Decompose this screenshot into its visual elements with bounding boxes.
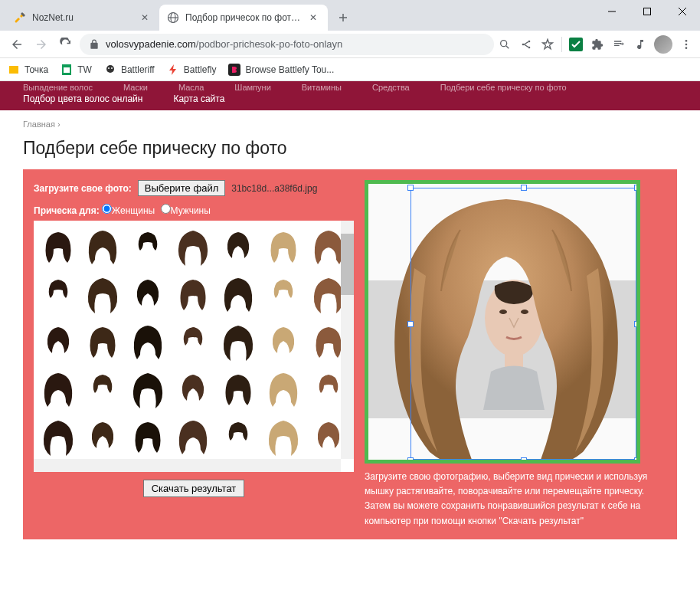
resize-handle[interactable] <box>407 321 414 327</box>
browser-titlebar: NozNet.ru ✕ Подбор причесок по фото онла… <box>0 0 700 31</box>
reading-list-icon[interactable] <box>611 37 626 52</box>
share-icon[interactable] <box>518 37 534 52</box>
selection-box[interactable] <box>411 188 636 460</box>
hairstyle-thumbnail[interactable] <box>82 224 124 270</box>
hairstyle-thumbnail[interactable] <box>37 366 79 412</box>
maximize-button[interactable] <box>630 0 665 23</box>
hairstyle-thumbnail[interactable] <box>172 224 214 270</box>
hairstyle-thumbnail[interactable] <box>127 414 169 460</box>
bookmark-item[interactable]: Точка <box>8 64 48 76</box>
url-path: /podbor-prichesok-po-foto-onlayn <box>196 38 343 50</box>
gender-female-radio[interactable] <box>102 204 112 214</box>
bookmarks-bar: Точка TW Battleriff Battlefly Browse Bat… <box>0 58 700 81</box>
bookmark-item[interactable]: Battlefly <box>167 64 217 76</box>
hairstyle-thumbnail[interactable] <box>82 319 124 365</box>
new-tab-button[interactable] <box>332 7 354 28</box>
browser-tab-active[interactable]: Подбор причесок по фото онла ✕ <box>159 5 328 31</box>
hairstyle-thumbnail[interactable] <box>172 271 214 317</box>
hairstyle-thumbnail[interactable] <box>127 271 169 317</box>
hairstyle-thumbnail[interactable] <box>37 271 79 317</box>
forward-button[interactable] <box>31 34 52 55</box>
scrollbar-horizontal[interactable] <box>34 459 341 472</box>
hairstyle-tool: Загрузите свое фото: Выберите файл 31bc1… <box>23 169 677 539</box>
choose-file-button[interactable]: Выберите файл <box>138 180 225 196</box>
extensions-icon[interactable] <box>590 37 605 52</box>
hairstyle-thumbnail[interactable] <box>217 224 259 270</box>
svg-point-12 <box>685 43 688 45</box>
hairstyle-thumbnail[interactable] <box>217 271 259 317</box>
resize-handle[interactable] <box>521 457 527 464</box>
menu-icon[interactable] <box>679 37 694 52</box>
scrollbar-thumb[interactable] <box>341 234 354 295</box>
hairstyle-thumbnail[interactable] <box>217 319 259 365</box>
svg-point-17 <box>106 65 114 73</box>
hairstyle-thumbnail[interactable] <box>37 224 79 270</box>
nav-link[interactable]: Витамины <box>302 83 342 92</box>
breadcrumb: Главная › <box>0 110 700 132</box>
hairstyle-thumbnail[interactable] <box>127 224 169 270</box>
bookmark-item[interactable]: TW <box>61 64 92 76</box>
hairstyle-thumbnail[interactable] <box>82 414 124 460</box>
hairstyle-thumbnail[interactable] <box>172 319 214 365</box>
hairstyle-thumbnail[interactable] <box>262 414 304 460</box>
url-domain: volosvypadenie.com <box>106 38 196 50</box>
nav-link[interactable]: Маски <box>123 83 148 92</box>
tab-title: Подбор причесок по фото онла <box>185 12 305 23</box>
breadcrumb-home[interactable]: Главная <box>23 120 55 129</box>
bookmark-item[interactable]: Battleriff <box>104 64 155 76</box>
lightning-icon <box>167 64 179 76</box>
gender-label: Прическа для: <box>34 205 100 216</box>
reload-button[interactable] <box>55 34 77 55</box>
resize-handle[interactable] <box>521 185 527 191</box>
hairstyle-thumbnail[interactable] <box>262 319 304 365</box>
close-window-button[interactable] <box>665 0 700 23</box>
close-icon[interactable]: ✕ <box>141 12 152 23</box>
hairstyle-thumbnail[interactable] <box>127 319 169 365</box>
browser-tab[interactable]: NozNet.ru ✕ <box>6 5 159 31</box>
nav-link[interactable]: Средства <box>372 83 410 92</box>
resize-handle[interactable] <box>634 321 640 327</box>
minimize-button[interactable] <box>594 0 630 23</box>
star-icon[interactable] <box>540 37 555 52</box>
nav-link[interactable]: Шампуни <box>234 83 270 92</box>
hairstyle-thumbnail[interactable] <box>127 366 169 412</box>
svg-point-11 <box>685 40 688 42</box>
gender-row: Прическа для: Женщины Мужчины <box>34 204 354 216</box>
nav-link[interactable]: Карта сайта <box>173 93 224 104</box>
music-icon[interactable] <box>633 37 648 52</box>
nav-link[interactable]: Подбор цвета волос онлайн <box>23 93 142 104</box>
hairstyle-thumbnail[interactable] <box>82 271 124 317</box>
hairstyle-thumbnail[interactable] <box>217 366 259 412</box>
resize-handle[interactable] <box>634 185 640 191</box>
hairstyle-thumbnail[interactable] <box>217 414 259 460</box>
hairstyle-thumbnail[interactable] <box>37 414 79 460</box>
hairstyle-thumbnail[interactable] <box>262 271 304 317</box>
search-icon[interactable] <box>497 37 512 52</box>
resize-handle[interactable] <box>407 185 414 191</box>
svg-rect-16 <box>64 67 70 73</box>
hairstyle-thumbnail[interactable] <box>37 319 79 365</box>
bookmark-item[interactable]: Browse Battlefy Tou... <box>228 64 334 76</box>
resize-handle[interactable] <box>407 457 414 464</box>
nav-link[interactable]: Выпадение волос <box>23 83 93 92</box>
hairstyle-thumbnail[interactable] <box>262 366 304 412</box>
svg-line-6 <box>506 46 509 48</box>
resize-handle[interactable] <box>634 457 640 464</box>
hairstyle-thumbnail[interactable] <box>82 366 124 412</box>
breadcrumb-sep: › <box>57 120 61 129</box>
extension-check-icon[interactable] <box>568 37 584 52</box>
profile-avatar[interactable] <box>654 35 672 54</box>
hairstyle-thumbnail[interactable] <box>172 366 214 412</box>
hairstyle-thumbnail[interactable] <box>262 224 304 270</box>
skull-icon <box>104 64 116 76</box>
preview-canvas[interactable] <box>365 180 640 464</box>
url-input[interactable]: volosvypadenie.com/podbor-prichesok-po-f… <box>80 34 494 55</box>
close-icon[interactable]: ✕ <box>309 12 320 23</box>
battlefy-icon <box>228 64 240 76</box>
download-button[interactable]: Скачать результат <box>143 480 245 497</box>
gender-male-radio[interactable] <box>161 204 171 214</box>
nav-link[interactable]: Подбери себе прическу по фото <box>440 83 567 92</box>
back-button[interactable] <box>6 34 28 55</box>
hairstyle-thumbnail[interactable] <box>172 414 214 460</box>
nav-link[interactable]: Масла <box>178 83 204 92</box>
